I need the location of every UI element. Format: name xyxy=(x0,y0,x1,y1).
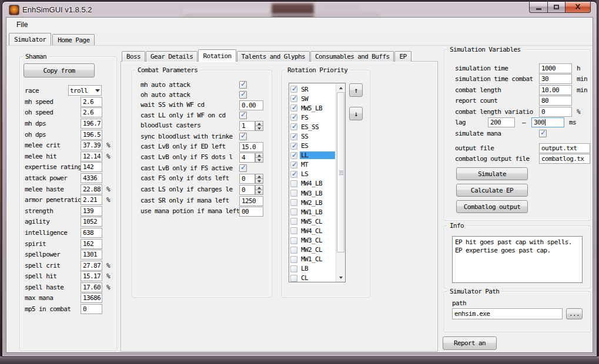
rotation-priority-list[interactable]: SR SW xyxy=(289,83,346,282)
spinner-up-button[interactable] xyxy=(255,153,263,158)
stat-input[interactable]: 2.6 xyxy=(81,97,102,107)
stat-input[interactable]: 37.39 xyxy=(81,140,102,150)
spinner-value[interactable]: 4 xyxy=(239,153,255,163)
checkbox[interactable] xyxy=(290,171,297,178)
settings-tab[interactable]: Consumables and Buffs xyxy=(310,51,394,62)
scroll-down-button[interactable] xyxy=(336,273,346,282)
rotation-item-label[interactable]: MW3_LB xyxy=(300,190,335,197)
stat-input[interactable]: 22.88 xyxy=(81,184,102,194)
stat-input[interactable]: 162 xyxy=(81,239,102,249)
rotation-priority-item[interactable]: MW2_LB xyxy=(290,198,335,207)
checkbox[interactable] xyxy=(239,91,247,99)
checkbox[interactable] xyxy=(290,95,297,102)
stat-input[interactable]: 0 xyxy=(81,304,102,314)
spinner-down-button[interactable] xyxy=(255,190,263,195)
number-spinner[interactable]: 1 xyxy=(239,121,263,131)
rotation-priority-item[interactable]: MW2_CL xyxy=(290,245,335,255)
rotation-priority-item[interactable]: CL xyxy=(290,274,335,282)
checkbox[interactable] xyxy=(239,81,247,89)
rotation-item-label[interactable]: CL xyxy=(300,274,335,282)
stat-input[interactable]: 27.87 xyxy=(81,261,102,271)
rotation-priority-item[interactable]: MW1_CL xyxy=(290,255,335,264)
checkbox[interactable] xyxy=(239,133,247,140)
spinner-down-button[interactable] xyxy=(255,158,263,163)
checkbox[interactable] xyxy=(290,105,297,112)
checkbox[interactable] xyxy=(290,161,297,168)
spinner-value[interactable]: 1 xyxy=(239,121,255,131)
close-button[interactable]: X xyxy=(565,2,591,13)
rotation-priority-item[interactable]: MW4_LB xyxy=(290,179,335,188)
rotation-item-label[interactable]: LB xyxy=(300,265,335,272)
rotation-priority-item[interactable]: SW xyxy=(290,94,335,103)
rotation-priority-item[interactable]: SS xyxy=(290,132,335,141)
scroll-up-button[interactable] xyxy=(336,83,346,92)
checkbox[interactable] xyxy=(290,247,297,254)
stat-input[interactable]: 196.7 xyxy=(81,119,102,129)
rotation-priority-item[interactable]: MW5_CL xyxy=(290,217,335,226)
rotation-item-label[interactable]: SR xyxy=(300,86,335,93)
menu-file[interactable]: File xyxy=(11,18,33,31)
checkbox[interactable] xyxy=(290,265,297,272)
rotation-item-label[interactable]: FS xyxy=(300,114,335,122)
stat-input[interactable]: 638 xyxy=(81,228,102,238)
checkbox[interactable] xyxy=(290,180,297,187)
rotation-priority-item[interactable]: MW4_CL xyxy=(290,226,335,235)
stat-input[interactable]: 139 xyxy=(81,206,102,216)
checkbox[interactable] xyxy=(290,199,297,206)
text-input[interactable]: 0.00 xyxy=(239,100,263,110)
checkbox[interactable] xyxy=(290,190,297,197)
text-input[interactable]: 15.0 xyxy=(239,142,263,152)
rotation-priority-item[interactable]: MW5_LB xyxy=(290,103,335,113)
spinner-up-button[interactable] xyxy=(255,121,263,126)
stat-input[interactable]: 12.14 xyxy=(81,151,102,161)
report-button[interactable]: Report an xyxy=(443,336,497,350)
sim-var-input[interactable]: 0 xyxy=(539,107,572,117)
combatlog-file-input[interactable]: combatlog.tx xyxy=(539,154,590,164)
move-down-button[interactable]: ↓ xyxy=(349,107,363,120)
rotation-priority-item[interactable]: MW3_CL xyxy=(290,236,335,245)
number-spinner[interactable]: 0 xyxy=(239,174,263,184)
rotation-priority-item[interactable]: LS xyxy=(290,170,335,179)
main-tab[interactable]: Simulator xyxy=(9,33,51,45)
rotation-item-label[interactable]: SW xyxy=(300,95,335,103)
checkbox[interactable] xyxy=(290,86,297,93)
stat-input[interactable]: 13686 xyxy=(81,293,102,303)
checkbox[interactable] xyxy=(290,114,297,121)
spinner-down-button[interactable] xyxy=(255,126,263,131)
main-tab[interactable]: Home Page xyxy=(52,34,95,45)
rotation-item-label[interactable]: SS xyxy=(300,133,335,140)
rotation-item-label[interactable]: ES xyxy=(300,142,335,150)
browse-button[interactable]: ... xyxy=(566,308,583,319)
spinner-value[interactable]: 0 xyxy=(239,185,255,195)
rotation-item-label[interactable]: MW2_LB xyxy=(300,199,335,207)
rotation-priority-item[interactable]: ES_SS xyxy=(290,122,335,132)
maximize-button[interactable] xyxy=(547,2,565,13)
spinner-up-button[interactable] xyxy=(255,174,263,179)
output-file-input[interactable]: output.txt xyxy=(539,143,590,153)
simulate-mana-checkbox[interactable] xyxy=(539,130,547,137)
checkbox[interactable] xyxy=(290,152,297,159)
sim-var-input[interactable]: 1000 xyxy=(539,63,572,73)
settings-tab[interactable]: Gear Details xyxy=(146,51,198,62)
checkbox[interactable] xyxy=(239,164,247,172)
settings-tab[interactable]: EP xyxy=(394,51,411,62)
checkbox[interactable] xyxy=(290,218,297,225)
checkbox[interactable] xyxy=(239,112,247,119)
rotation-item-label[interactable]: LL xyxy=(300,151,335,159)
checkbox[interactable] xyxy=(290,133,297,140)
minimize-button[interactable] xyxy=(529,2,547,13)
spinner-down-button[interactable] xyxy=(255,179,263,184)
rotation-item-label[interactable]: MW1_LB xyxy=(300,208,335,216)
stat-input[interactable]: 1052 xyxy=(81,217,102,227)
action-button[interactable]: Simulate xyxy=(456,167,528,180)
rotation-priority-item[interactable]: ES xyxy=(290,141,335,151)
settings-tab[interactable]: Talents and Glyphs xyxy=(237,51,310,62)
rotation-item-label[interactable]: ES_SS xyxy=(300,123,335,131)
stat-input[interactable]: 196.5 xyxy=(81,130,102,140)
titlebar[interactable]: EnhSimGUI v1.8.5.2 X xyxy=(2,2,597,18)
number-spinner[interactable]: 0 xyxy=(239,185,263,195)
settings-tab[interactable]: Boss xyxy=(122,51,145,62)
rotation-item-label[interactable]: MW1_CL xyxy=(300,255,335,263)
rotation-priority-item[interactable]: LL xyxy=(290,151,335,160)
copy-from-button[interactable]: Copy from xyxy=(24,63,95,77)
